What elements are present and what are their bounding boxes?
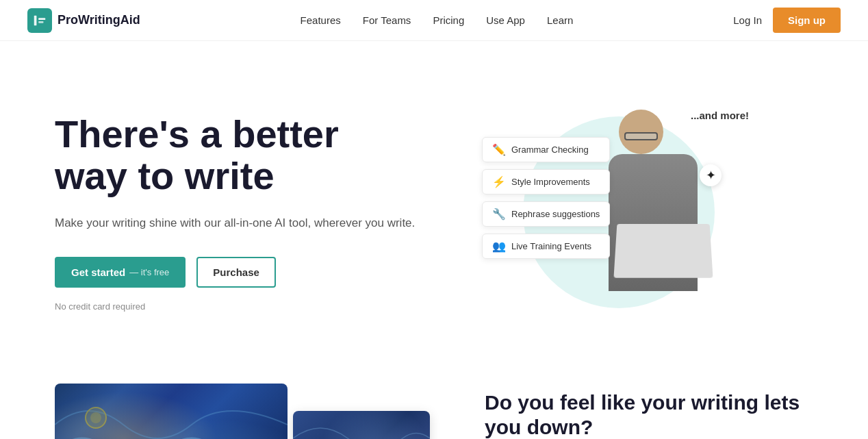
nav-features[interactable]: Features [301,14,341,26]
feature-pills: ✏️ Grammar Checking ⚡ Style Improvements… [482,137,610,259]
svg-rect-2 [38,21,43,23]
hero-left: There's a better way to write Make your … [55,113,424,312]
svg-rect-0 [34,15,37,25]
swirl-background [55,384,288,439]
nav-learn[interactable]: Learn [547,14,573,26]
pill-style: ⚡ Style Improvements [482,169,610,195]
svg-point-4 [90,412,101,423]
nav-actions: Log In Sign up [733,8,841,33]
painting-area: My idea in my head [55,384,430,439]
hero-right: ✏️ Grammar Checking ⚡ Style Improvements… [424,82,813,342]
login-button[interactable]: Log In [733,14,762,26]
nav-links: Features For Teams Pricing Use App Learn [301,14,574,26]
swirl-svg [55,384,288,439]
painting-main: My idea in my head [55,384,288,439]
nav-for-teams[interactable]: For Teams [363,14,411,26]
second-card-inner [293,411,430,439]
get-started-button[interactable]: Get started — it's free [55,257,186,288]
logo-icon [27,8,52,33]
section-right: Do you feel like your writing lets you d… [485,384,813,439]
style-icon: ⚡ [492,175,506,188]
svg-rect-1 [38,18,45,20]
pill-training: 👥 Live Training Events [482,234,610,259]
hero-title: There's a better way to write [55,113,424,197]
navbar: ProWritingAid Features For Teams Pricing… [0,0,868,41]
hero-subtitle: Make your writing shine with our all-in-… [55,214,424,232]
no-credit-text: No credit card required [55,301,424,312]
brand-name: ProWritingAid [58,13,140,27]
second-painting-card [293,411,430,439]
hero-buttons: Get started — it's free Purchase [55,257,424,288]
hero-illustration: ✏️ Grammar Checking ⚡ Style Improvements… [489,96,749,329]
grammar-icon: ✏️ [492,143,506,156]
rephrase-icon: 🔧 [492,208,506,221]
pill-grammar: ✏️ Grammar Checking [482,137,610,162]
signup-button[interactable]: Sign up [773,8,841,33]
hero-section: There's a better way to write Make your … [0,41,868,370]
nav-pricing[interactable]: Pricing [433,14,464,26]
section-title: Do you feel like your writing lets you d… [485,390,813,439]
sparkle-icon: ✦ [700,164,722,186]
second-card-svg [293,411,430,439]
training-icon: 👥 [492,240,506,253]
pill-rephrase: 🔧 Rephrase suggestions [482,201,610,227]
nav-use-app[interactable]: Use App [486,14,525,26]
purchase-button[interactable]: Purchase [196,257,276,288]
second-section: My idea in my head Do you feel like your… [0,370,868,439]
logo[interactable]: ProWritingAid [27,8,140,33]
